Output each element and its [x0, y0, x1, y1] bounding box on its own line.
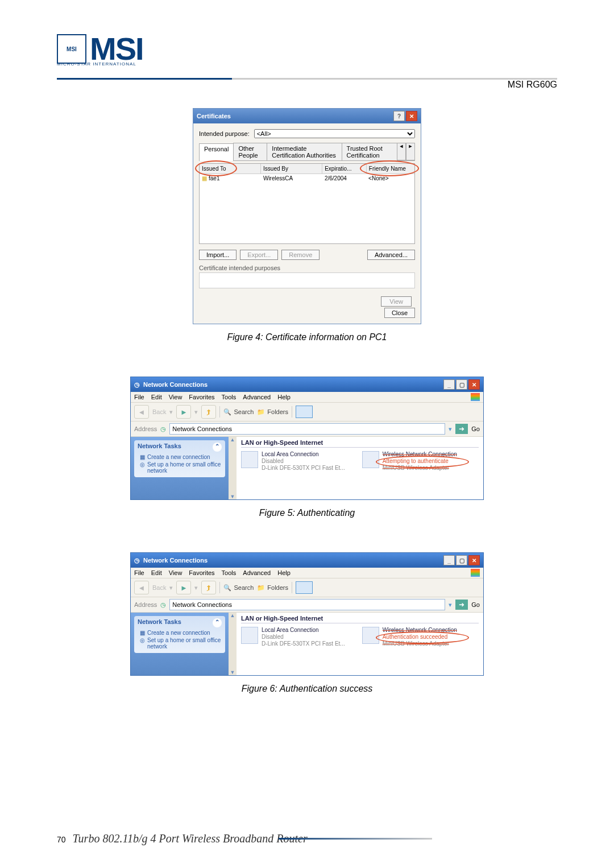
tab-scroll-left-icon[interactable]: ◄	[397, 143, 406, 160]
conn-name: Local Area Connection	[262, 627, 345, 634]
minimize-icon[interactable]: _	[443, 379, 455, 390]
menu-advanced[interactable]: Advanced	[243, 569, 271, 576]
menu-favorites[interactable]: Favorites	[189, 569, 214, 576]
address-input[interactable]	[169, 599, 445, 610]
figure-4-caption: Figure 4: Certificate information on PC1	[57, 332, 557, 342]
back-dropdown-icon[interactable]: ▾	[169, 584, 173, 592]
address-input[interactable]	[169, 423, 445, 435]
folders-icon[interactable]: 📁	[257, 408, 265, 416]
collapse-icon[interactable]: ⌃	[213, 618, 222, 627]
wireless-connection[interactable]: Wireless Network Connection Attempting t…	[362, 451, 457, 472]
go-button-icon[interactable]: ➜	[455, 600, 468, 610]
export-button[interactable]: Export...	[240, 250, 278, 260]
go-label: Go	[471, 425, 480, 432]
task-icon: ▦	[140, 630, 145, 636]
minimize-icon[interactable]: _	[443, 555, 455, 565]
footer-rule	[279, 838, 432, 840]
search-icon[interactable]: 🔍	[223, 584, 231, 592]
maximize-icon[interactable]: ▢	[456, 379, 467, 390]
back-button[interactable]: ◄	[134, 581, 149, 594]
back-dropdown-icon[interactable]: ▾	[169, 408, 173, 416]
forward-dropdown-icon[interactable]: ▾	[194, 584, 198, 592]
menu-help[interactable]: Help	[277, 394, 291, 400]
import-button[interactable]: Import...	[199, 250, 237, 260]
collapse-icon[interactable]: ⌃	[213, 443, 222, 452]
address-dropdown-icon[interactable]: ▾	[449, 425, 452, 433]
network-tasks-panel: Network Tasks ⌃ ▦Create a new connection…	[134, 440, 225, 477]
view-mode-button[interactable]	[296, 581, 313, 594]
col-issued-by[interactable]: Issued By	[261, 164, 322, 173]
folders-label: Folders	[267, 584, 288, 591]
certificates-titlebar: Certificates ? ✕	[193, 109, 421, 123]
menu-tools[interactable]: Tools	[222, 394, 237, 400]
tab-intermediate-ca[interactable]: Intermediate Certification Authorities	[267, 143, 342, 160]
menu-favorites[interactable]: Favorites	[189, 394, 214, 400]
remove-button[interactable]: Remove	[281, 250, 320, 260]
maximize-icon[interactable]: ▢	[456, 555, 467, 565]
folders-icon[interactable]: 📁	[257, 584, 265, 592]
tab-trusted-root[interactable]: Trusted Root Certification	[342, 143, 397, 160]
go-button-icon[interactable]: ➜	[455, 424, 468, 434]
go-label: Go	[471, 601, 480, 608]
local-area-connection[interactable]: Local Area Connection Disabled D-Link DF…	[241, 627, 345, 647]
intended-purpose-select[interactable]: <All>	[254, 129, 415, 138]
tab-scroll-right-icon[interactable]: ►	[406, 143, 415, 160]
wireless-connection[interactable]: Wireless Network Connection Authenticati…	[362, 627, 457, 647]
advanced-button[interactable]: Advanced...	[367, 250, 415, 260]
view-mode-button[interactable]	[296, 406, 313, 418]
annotation-circle-status	[376, 456, 469, 468]
network-connections-window-2: ◷ Network Connections _ ▢ ✕ File Edit Vi…	[130, 552, 484, 676]
close-icon[interactable]: ✕	[468, 555, 480, 565]
certificate-purposes-box	[199, 272, 415, 288]
menu-edit[interactable]: Edit	[151, 569, 162, 576]
menu-file[interactable]: File	[134, 569, 144, 576]
menu-tools[interactable]: Tools	[222, 569, 237, 576]
toolbar-separator	[219, 582, 220, 593]
task-create-connection[interactable]: ▦Create a new connection	[140, 454, 222, 460]
scroll-up-icon[interactable]: ▲	[230, 437, 235, 443]
cell-issued-by: WirelessCA	[261, 175, 322, 181]
menu-view[interactable]: View	[169, 394, 182, 400]
close-icon[interactable]: ✕	[406, 111, 417, 121]
forward-button[interactable]: ►	[176, 405, 191, 419]
nc-addressbar: Address ◷ ▾ ➜ Go	[131, 421, 483, 437]
task-create-connection[interactable]: ▦Create a new connection	[140, 630, 222, 636]
view-button[interactable]: View	[381, 296, 412, 307]
help-icon[interactable]: ?	[393, 111, 405, 121]
scroll-down-icon[interactable]: ▼	[230, 494, 235, 499]
menu-help[interactable]: Help	[277, 569, 291, 576]
nc-main-pane: LAN or High-Speed Internet Local Area Co…	[237, 437, 483, 499]
nc-title-text: Network Connections	[143, 557, 208, 564]
local-area-connection[interactable]: Local Area Connection Disabled D-Link DF…	[241, 451, 345, 472]
close-icon[interactable]: ✕	[468, 379, 480, 390]
task-icon: ◎	[140, 637, 145, 650]
forward-dropdown-icon[interactable]: ▾	[194, 408, 198, 416]
tab-other-people[interactable]: Other People	[233, 143, 267, 160]
task-setup-network[interactable]: ◎Set up a home or small office network	[140, 461, 222, 474]
scroll-down-icon[interactable]: ▼	[230, 669, 235, 675]
windows-flag-icon	[471, 393, 480, 401]
nc-main-pane: LAN or High-Speed Internet Local Area Co…	[237, 613, 483, 675]
certificates-dialog: Certificates ? ✕ Intended purpose: <All>…	[193, 108, 421, 324]
forward-button[interactable]: ►	[176, 581, 191, 594]
back-button[interactable]: ◄	[134, 405, 149, 419]
address-dropdown-icon[interactable]: ▾	[449, 601, 452, 609]
menu-edit[interactable]: Edit	[151, 394, 162, 400]
certificate-list[interactable]: Issued To Issued By Expiratio... Friendl…	[199, 163, 415, 244]
nc-side-pane: Network Tasks ⌃ ▦Create a new connection…	[131, 437, 229, 499]
tab-personal[interactable]: Personal	[199, 143, 234, 161]
address-icon: ◷	[160, 425, 166, 433]
scroll-up-icon[interactable]: ▲	[230, 613, 235, 618]
conn-status: Disabled	[262, 458, 345, 465]
search-icon[interactable]: 🔍	[223, 408, 231, 416]
network-tasks-title: Network Tasks	[138, 443, 181, 452]
menu-advanced[interactable]: Advanced	[243, 394, 271, 400]
nc-menubar: File Edit View Favorites Tools Advanced …	[131, 392, 483, 403]
menu-view[interactable]: View	[169, 569, 182, 576]
cert-tabs: Personal Other People Intermediate Certi…	[199, 143, 415, 161]
up-button[interactable]: ⮭	[201, 581, 216, 594]
menu-file[interactable]: File	[134, 394, 144, 400]
up-button[interactable]: ⮭	[201, 405, 216, 419]
close-button[interactable]: Close	[384, 308, 415, 318]
task-setup-network[interactable]: ◎Set up a home or small office network	[140, 637, 222, 650]
